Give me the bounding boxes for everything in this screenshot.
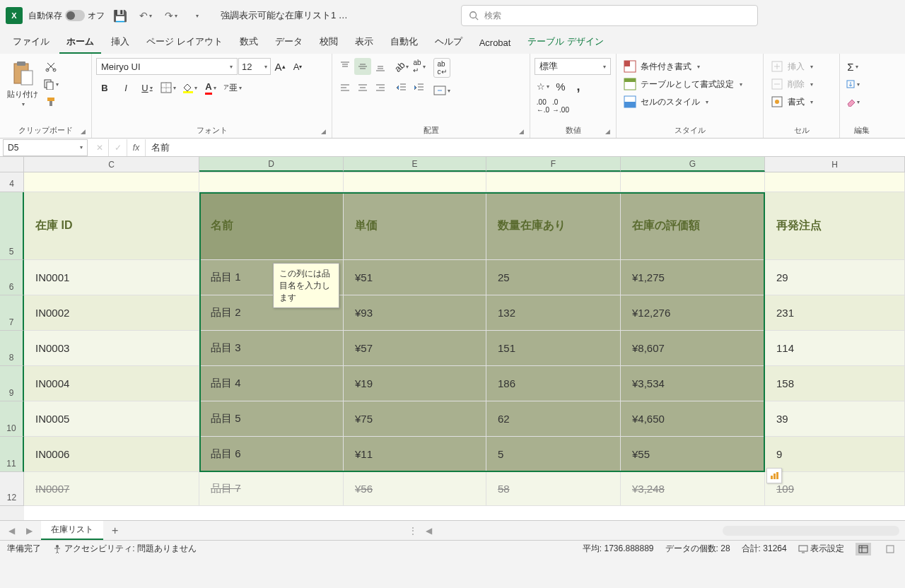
fx-button[interactable]: fx xyxy=(127,139,146,156)
cut-button[interactable] xyxy=(42,58,59,75)
copy-button[interactable]: ▾ xyxy=(42,76,59,93)
italic-button[interactable]: I xyxy=(117,79,134,96)
font-name-select[interactable]: Meiryo UI▾ xyxy=(96,58,238,75)
cell[interactable] xyxy=(621,172,765,192)
borders-button[interactable]: ▾ xyxy=(160,79,177,96)
sheet-nav-prev[interactable]: ◀ xyxy=(6,526,18,536)
orientation-button[interactable]: ab▾ xyxy=(393,58,410,75)
cell[interactable] xyxy=(486,172,621,192)
table-cell[interactable]: ¥12,276 xyxy=(621,295,765,331)
font-launcher[interactable]: ◢ xyxy=(321,128,326,135)
table-header[interactable]: 在庫の評価額 xyxy=(621,192,765,260)
tab-automate[interactable]: 自動化 xyxy=(383,31,425,54)
bold-button[interactable]: B xyxy=(96,79,113,96)
normal-view-button[interactable] xyxy=(856,543,871,555)
row-header-9[interactable]: 9 xyxy=(0,366,24,401)
col-header-D[interactable]: D xyxy=(199,157,344,172)
decrease-indent-button[interactable] xyxy=(393,79,410,96)
table-cell[interactable]: IN0001 xyxy=(24,260,199,295)
table-cell[interactable]: 品目 3 xyxy=(199,331,344,366)
name-box[interactable]: D5▾ xyxy=(3,139,88,156)
underline-button[interactable]: U▾ xyxy=(139,79,156,96)
percent-button[interactable]: % xyxy=(552,78,569,95)
row-header-5[interactable]: 5 xyxy=(0,192,24,260)
cell[interactable] xyxy=(344,172,486,192)
col-header-E[interactable]: E xyxy=(344,157,486,172)
clear-button[interactable]: ▾ xyxy=(844,93,861,110)
enter-fx-button[interactable]: ✓ xyxy=(109,139,127,156)
align-bottom-button[interactable] xyxy=(372,58,389,75)
table-cell[interactable]: IN0007 xyxy=(24,472,199,506)
accounting-button[interactable]: ☆▾ xyxy=(535,78,551,95)
table-header[interactable]: 再発注点 xyxy=(765,192,905,260)
table-cell[interactable]: ¥57 xyxy=(344,331,486,366)
increase-indent-button[interactable] xyxy=(411,79,428,96)
col-header-F[interactable]: F xyxy=(486,157,621,172)
table-cell[interactable]: 5 xyxy=(486,437,621,472)
search-box[interactable]: 検索 xyxy=(461,5,758,26)
table-cell[interactable]: ¥1,275 xyxy=(621,260,765,295)
row-header-6[interactable]: 6 xyxy=(0,260,24,295)
page-layout-view-button[interactable] xyxy=(882,543,898,555)
table-cell[interactable]: ¥3,248 xyxy=(621,472,765,506)
format-table-button[interactable]: テーブルとして書式設定▾ xyxy=(621,76,745,93)
col-header-C[interactable]: C xyxy=(24,157,199,172)
table-cell[interactable]: IN0005 xyxy=(24,401,199,437)
row-header-4[interactable]: 4 xyxy=(0,172,24,192)
table-cell[interactable]: IN0002 xyxy=(24,295,199,331)
table-cell[interactable]: IN0004 xyxy=(24,366,199,401)
cell-styles-button[interactable]: セルのスタイル▾ xyxy=(621,93,711,110)
row-header-10[interactable]: 10 xyxy=(0,401,24,437)
fill-color-button[interactable]: ▾ xyxy=(181,79,198,96)
accessibility-status[interactable]: アクセシビリティ: 問題ありません xyxy=(52,543,197,555)
tab-tabledesign[interactable]: テーブル デザイン xyxy=(520,31,611,54)
wrap-alt-button[interactable]: ab↵▾ xyxy=(411,58,428,75)
table-cell[interactable]: 109 xyxy=(765,472,905,506)
clipboard-launcher[interactable]: ◢ xyxy=(81,128,86,135)
table-cell[interactable]: IN0003 xyxy=(24,331,199,366)
sheet-tab[interactable]: 在庫リスト xyxy=(41,521,103,540)
table-header[interactable]: 数量在庫あり xyxy=(486,192,621,260)
decrease-decimal-button[interactable]: .0→.00 xyxy=(552,98,569,114)
align-right-button[interactable] xyxy=(372,79,389,96)
fill-button[interactable]: ▾ xyxy=(844,76,861,93)
tab-insert[interactable]: 挿入 xyxy=(104,31,136,54)
row-header-7[interactable]: 7 xyxy=(0,295,24,331)
smart-tag-button[interactable] xyxy=(766,468,782,483)
table-cell[interactable]: ¥8,607 xyxy=(621,331,765,366)
table-cell[interactable]: 品目 5 xyxy=(199,401,344,437)
formula-input[interactable]: 名前 xyxy=(146,141,905,154)
col-header-G[interactable]: G xyxy=(621,157,765,172)
align-middle-button[interactable] xyxy=(354,58,371,75)
table-cell[interactable]: ¥3,534 xyxy=(621,366,765,401)
col-header-H[interactable]: H xyxy=(765,157,905,172)
grow-font-button[interactable]: A▴ xyxy=(272,58,288,75)
tab-pagelayout[interactable]: ページ レイアウト xyxy=(139,31,230,54)
align-top-button[interactable] xyxy=(337,58,354,75)
table-cell[interactable]: 25 xyxy=(486,260,621,295)
hscroll-left[interactable]: ◀ xyxy=(423,526,435,536)
table-header[interactable]: 名前 xyxy=(199,192,344,260)
paste-button[interactable]: 貼り付け ▾ xyxy=(4,58,41,110)
save-button[interactable]: 💾 xyxy=(110,6,130,25)
table-cell[interactable]: 231 xyxy=(765,295,905,331)
table-cell[interactable]: ¥51 xyxy=(344,260,486,295)
align-center-button[interactable] xyxy=(354,79,371,96)
comma-button[interactable]: , xyxy=(570,78,587,95)
new-sheet-button[interactable]: + xyxy=(109,524,121,537)
redo-button[interactable]: ↷▾ xyxy=(161,6,181,25)
cancel-fx-button[interactable]: ✕ xyxy=(90,139,109,156)
table-cell[interactable]: 62 xyxy=(486,401,621,437)
cell[interactable] xyxy=(765,172,905,192)
increase-decimal-button[interactable]: .00←.0 xyxy=(535,98,551,114)
horizontal-scrollbar[interactable] xyxy=(723,526,899,536)
font-size-select[interactable]: 12▾ xyxy=(238,58,271,75)
tab-acrobat[interactable]: Acrobat xyxy=(472,33,518,54)
delete-cells-button[interactable]: 削除▾ xyxy=(768,76,816,93)
table-cell[interactable]: ¥56 xyxy=(344,472,486,506)
table-cell[interactable]: 9 xyxy=(765,437,905,472)
table-cell[interactable]: 186 xyxy=(486,366,621,401)
wrap-text-button[interactable]: abc↵ xyxy=(433,58,450,78)
autosum-button[interactable]: Σ▾ xyxy=(844,58,861,75)
tab-menu[interactable]: ⋮ xyxy=(409,526,417,536)
